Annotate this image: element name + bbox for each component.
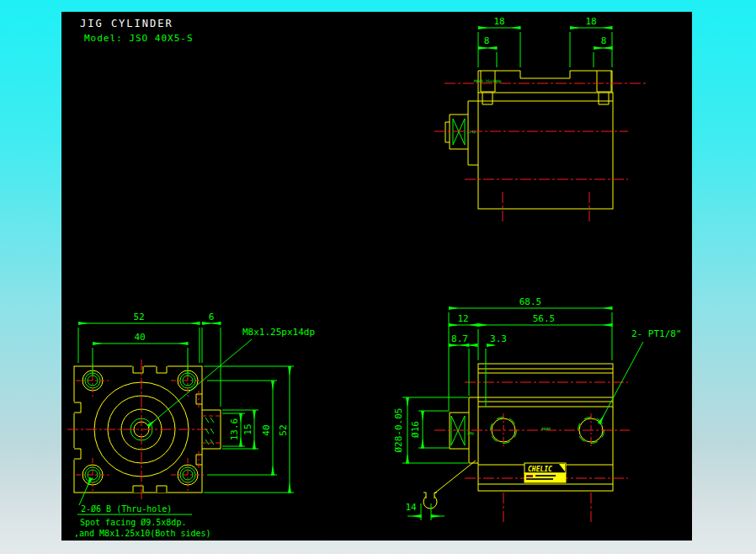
dim-68-5: 68.5 xyxy=(519,296,542,307)
thread-callout: M8x1.25px14dp xyxy=(242,327,315,338)
dim-40h: 40 xyxy=(261,424,272,435)
drawing-canvas[interactable] xyxy=(61,12,692,541)
drawing-svg: JIG CYLINDER Model: JSO 40X5-S 24p M8x1.… xyxy=(0,0,756,554)
dim-13-6: 13.6 xyxy=(229,418,240,441)
drawing-model: Model: JSO 40X5-S xyxy=(84,33,194,44)
port-callout: 2- PT1/8" xyxy=(631,328,682,339)
hole-note-line2: Spot facing Ø9.5x8dp. xyxy=(80,518,186,527)
dim-15: 15 xyxy=(242,423,253,434)
cad-viewport: JIG CYLINDER Model: JSO 40X5-S 24p M8x1.… xyxy=(0,0,756,554)
drawing-title: JIG CYLINDER xyxy=(80,18,173,29)
dim-52h: 52 xyxy=(278,424,289,435)
dim-dia28: Ø28-0.05 xyxy=(393,408,404,453)
dim-18-right: 18 xyxy=(585,16,596,27)
dim-18-left: 18 xyxy=(493,16,504,27)
brand-logo-text: CHELIC xyxy=(528,466,552,473)
dim-dia16: Ø16 xyxy=(410,421,421,438)
nameplate-mark xyxy=(526,475,533,477)
hole-note-line3: ,and M8x1.25x10(Both sides) xyxy=(74,529,211,538)
dim-8-7: 8.7 xyxy=(451,333,468,344)
dim-8-left: 8 xyxy=(484,35,490,46)
nameplate-dash2 xyxy=(526,478,553,480)
top-view-slot-note: M8x1.25x10dp xyxy=(474,79,502,83)
dim-6: 6 xyxy=(209,312,215,322)
dim-56-5: 56.5 xyxy=(533,313,556,324)
dim-14: 14 xyxy=(405,502,417,513)
hole-note-line1: 2-Ø6 B (Thru-hole) xyxy=(81,504,172,514)
chelic-nameplate: CHELIC xyxy=(524,463,566,482)
dim-8-right: 8 xyxy=(601,35,607,46)
side-view-rod-note: 24p xyxy=(467,431,474,435)
dim-12: 12 xyxy=(457,313,468,324)
dim-52w: 52 xyxy=(133,312,144,322)
dim-40w: 40 xyxy=(134,332,145,343)
dim-3-3: 3.3 xyxy=(490,333,507,344)
nameplate-dash1 xyxy=(535,475,556,477)
